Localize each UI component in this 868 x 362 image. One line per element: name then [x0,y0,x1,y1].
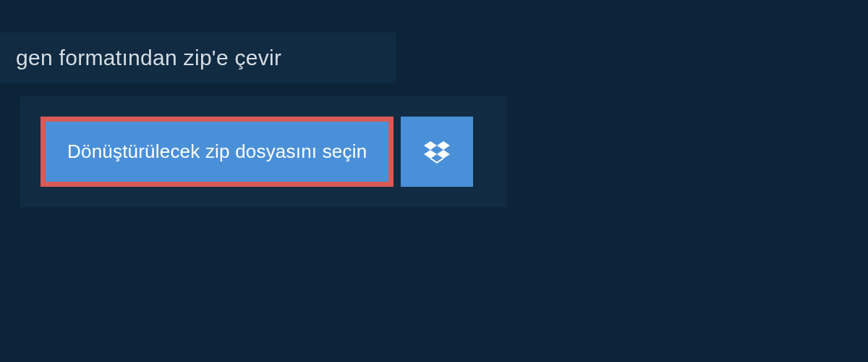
select-file-label: Dönüştürülecek zip dosyasını seçin [67,140,367,163]
dropbox-icon [424,139,450,165]
dropbox-button[interactable] [401,117,473,187]
button-row: Dönüştürülecek zip dosyasını seçin [41,117,486,187]
page-title: gen formatından zip'e çevir [16,46,380,70]
select-file-button[interactable]: Dönüştürülecek zip dosyasını seçin [41,117,393,187]
page-header: gen formatından zip'e çevir [0,33,396,83]
upload-panel: Dönüştürülecek zip dosyasını seçin [20,96,506,207]
